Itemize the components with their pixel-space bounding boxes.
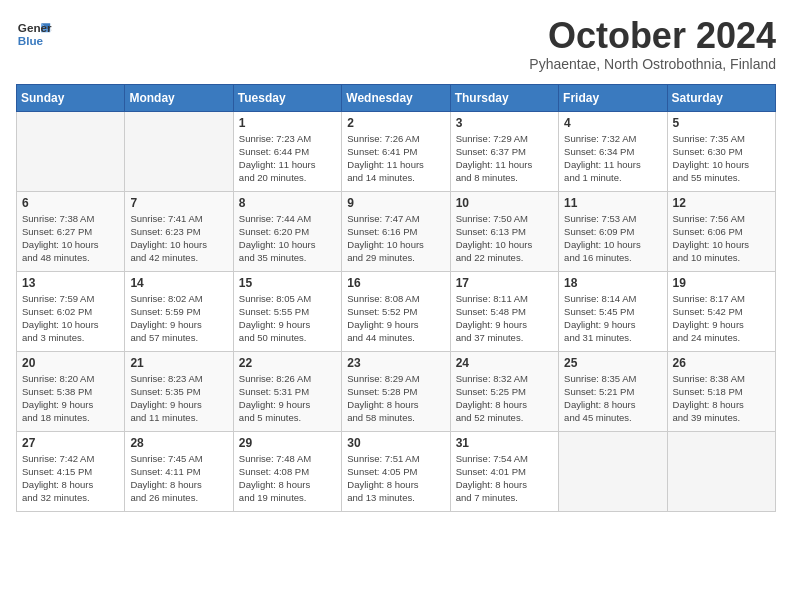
day-info: Sunrise: 7:45 AM Sunset: 4:11 PM Dayligh… [130, 452, 227, 505]
day-info: Sunrise: 7:56 AM Sunset: 6:06 PM Dayligh… [673, 212, 770, 265]
calendar-week-row: 13Sunrise: 7:59 AM Sunset: 6:02 PM Dayli… [17, 271, 776, 351]
day-of-week-header: Thursday [450, 84, 558, 111]
day-info: Sunrise: 8:26 AM Sunset: 5:31 PM Dayligh… [239, 372, 336, 425]
day-info: Sunrise: 8:08 AM Sunset: 5:52 PM Dayligh… [347, 292, 444, 345]
day-number: 29 [239, 436, 336, 450]
day-info: Sunrise: 8:11 AM Sunset: 5:48 PM Dayligh… [456, 292, 553, 345]
day-number: 4 [564, 116, 661, 130]
calendar-day-cell: 7Sunrise: 7:41 AM Sunset: 6:23 PM Daylig… [125, 191, 233, 271]
month-title: October 2024 [529, 16, 776, 56]
day-info: Sunrise: 7:53 AM Sunset: 6:09 PM Dayligh… [564, 212, 661, 265]
day-of-week-header: Sunday [17, 84, 125, 111]
calendar-day-cell: 13Sunrise: 7:59 AM Sunset: 6:02 PM Dayli… [17, 271, 125, 351]
calendar-day-cell: 28Sunrise: 7:45 AM Sunset: 4:11 PM Dayli… [125, 431, 233, 511]
calendar-day-cell: 1Sunrise: 7:23 AM Sunset: 6:44 PM Daylig… [233, 111, 341, 191]
day-info: Sunrise: 8:32 AM Sunset: 5:25 PM Dayligh… [456, 372, 553, 425]
day-number: 2 [347, 116, 444, 130]
day-number: 22 [239, 356, 336, 370]
calendar-day-cell: 29Sunrise: 7:48 AM Sunset: 4:08 PM Dayli… [233, 431, 341, 511]
day-number: 31 [456, 436, 553, 450]
day-info: Sunrise: 7:38 AM Sunset: 6:27 PM Dayligh… [22, 212, 119, 265]
calendar-day-cell: 21Sunrise: 8:23 AM Sunset: 5:35 PM Dayli… [125, 351, 233, 431]
day-of-week-header: Monday [125, 84, 233, 111]
day-number: 14 [130, 276, 227, 290]
day-of-week-header: Saturday [667, 84, 775, 111]
day-number: 11 [564, 196, 661, 210]
day-info: Sunrise: 7:41 AM Sunset: 6:23 PM Dayligh… [130, 212, 227, 265]
day-info: Sunrise: 7:59 AM Sunset: 6:02 PM Dayligh… [22, 292, 119, 345]
day-number: 23 [347, 356, 444, 370]
calendar-day-cell: 20Sunrise: 8:20 AM Sunset: 5:38 PM Dayli… [17, 351, 125, 431]
calendar-day-cell: 19Sunrise: 8:17 AM Sunset: 5:42 PM Dayli… [667, 271, 775, 351]
day-number: 24 [456, 356, 553, 370]
calendar-day-cell: 9Sunrise: 7:47 AM Sunset: 6:16 PM Daylig… [342, 191, 450, 271]
day-info: Sunrise: 7:42 AM Sunset: 4:15 PM Dayligh… [22, 452, 119, 505]
day-number: 28 [130, 436, 227, 450]
day-number: 19 [673, 276, 770, 290]
calendar-day-cell: 17Sunrise: 8:11 AM Sunset: 5:48 PM Dayli… [450, 271, 558, 351]
header-row: SundayMondayTuesdayWednesdayThursdayFrid… [17, 84, 776, 111]
day-info: Sunrise: 7:26 AM Sunset: 6:41 PM Dayligh… [347, 132, 444, 185]
day-number: 26 [673, 356, 770, 370]
day-info: Sunrise: 8:02 AM Sunset: 5:59 PM Dayligh… [130, 292, 227, 345]
calendar-day-cell: 8Sunrise: 7:44 AM Sunset: 6:20 PM Daylig… [233, 191, 341, 271]
calendar-day-cell: 2Sunrise: 7:26 AM Sunset: 6:41 PM Daylig… [342, 111, 450, 191]
day-info: Sunrise: 7:48 AM Sunset: 4:08 PM Dayligh… [239, 452, 336, 505]
day-number: 12 [673, 196, 770, 210]
calendar-week-row: 20Sunrise: 8:20 AM Sunset: 5:38 PM Dayli… [17, 351, 776, 431]
calendar-day-cell: 14Sunrise: 8:02 AM Sunset: 5:59 PM Dayli… [125, 271, 233, 351]
day-info: Sunrise: 8:14 AM Sunset: 5:45 PM Dayligh… [564, 292, 661, 345]
day-number: 25 [564, 356, 661, 370]
calendar-day-cell: 30Sunrise: 7:51 AM Sunset: 4:05 PM Dayli… [342, 431, 450, 511]
day-info: Sunrise: 8:23 AM Sunset: 5:35 PM Dayligh… [130, 372, 227, 425]
day-of-week-header: Wednesday [342, 84, 450, 111]
calendar-header: SundayMondayTuesdayWednesdayThursdayFrid… [17, 84, 776, 111]
calendar-day-cell: 24Sunrise: 8:32 AM Sunset: 5:25 PM Dayli… [450, 351, 558, 431]
day-info: Sunrise: 8:35 AM Sunset: 5:21 PM Dayligh… [564, 372, 661, 425]
day-of-week-header: Tuesday [233, 84, 341, 111]
day-number: 10 [456, 196, 553, 210]
day-number: 9 [347, 196, 444, 210]
day-info: Sunrise: 8:29 AM Sunset: 5:28 PM Dayligh… [347, 372, 444, 425]
day-info: Sunrise: 8:05 AM Sunset: 5:55 PM Dayligh… [239, 292, 336, 345]
day-number: 1 [239, 116, 336, 130]
calendar-day-cell: 11Sunrise: 7:53 AM Sunset: 6:09 PM Dayli… [559, 191, 667, 271]
day-info: Sunrise: 8:20 AM Sunset: 5:38 PM Dayligh… [22, 372, 119, 425]
day-info: Sunrise: 7:44 AM Sunset: 6:20 PM Dayligh… [239, 212, 336, 265]
calendar-day-cell: 26Sunrise: 8:38 AM Sunset: 5:18 PM Dayli… [667, 351, 775, 431]
day-info: Sunrise: 7:23 AM Sunset: 6:44 PM Dayligh… [239, 132, 336, 185]
svg-text:Blue: Blue [18, 34, 44, 47]
calendar-day-cell [17, 111, 125, 191]
logo: General Blue [16, 16, 56, 52]
calendar-week-row: 27Sunrise: 7:42 AM Sunset: 4:15 PM Dayli… [17, 431, 776, 511]
day-number: 5 [673, 116, 770, 130]
day-info: Sunrise: 7:32 AM Sunset: 6:34 PM Dayligh… [564, 132, 661, 185]
day-info: Sunrise: 7:47 AM Sunset: 6:16 PM Dayligh… [347, 212, 444, 265]
day-info: Sunrise: 8:17 AM Sunset: 5:42 PM Dayligh… [673, 292, 770, 345]
svg-text:General: General [18, 21, 52, 34]
calendar-day-cell: 27Sunrise: 7:42 AM Sunset: 4:15 PM Dayli… [17, 431, 125, 511]
day-number: 18 [564, 276, 661, 290]
day-number: 17 [456, 276, 553, 290]
calendar-day-cell: 15Sunrise: 8:05 AM Sunset: 5:55 PM Dayli… [233, 271, 341, 351]
calendar-day-cell: 10Sunrise: 7:50 AM Sunset: 6:13 PM Dayli… [450, 191, 558, 271]
day-info: Sunrise: 7:35 AM Sunset: 6:30 PM Dayligh… [673, 132, 770, 185]
calendar-day-cell: 23Sunrise: 8:29 AM Sunset: 5:28 PM Dayli… [342, 351, 450, 431]
day-number: 27 [22, 436, 119, 450]
title-block: October 2024 Pyhaentae, North Ostrobothn… [529, 16, 776, 72]
logo-icon: General Blue [16, 16, 52, 52]
day-number: 21 [130, 356, 227, 370]
day-number: 30 [347, 436, 444, 450]
day-number: 16 [347, 276, 444, 290]
calendar-day-cell: 12Sunrise: 7:56 AM Sunset: 6:06 PM Dayli… [667, 191, 775, 271]
day-of-week-header: Friday [559, 84, 667, 111]
calendar-day-cell [667, 431, 775, 511]
day-number: 6 [22, 196, 119, 210]
calendar-week-row: 1Sunrise: 7:23 AM Sunset: 6:44 PM Daylig… [17, 111, 776, 191]
day-number: 13 [22, 276, 119, 290]
calendar-day-cell: 25Sunrise: 8:35 AM Sunset: 5:21 PM Dayli… [559, 351, 667, 431]
day-number: 15 [239, 276, 336, 290]
day-number: 7 [130, 196, 227, 210]
day-info: Sunrise: 7:54 AM Sunset: 4:01 PM Dayligh… [456, 452, 553, 505]
calendar-day-cell: 3Sunrise: 7:29 AM Sunset: 6:37 PM Daylig… [450, 111, 558, 191]
